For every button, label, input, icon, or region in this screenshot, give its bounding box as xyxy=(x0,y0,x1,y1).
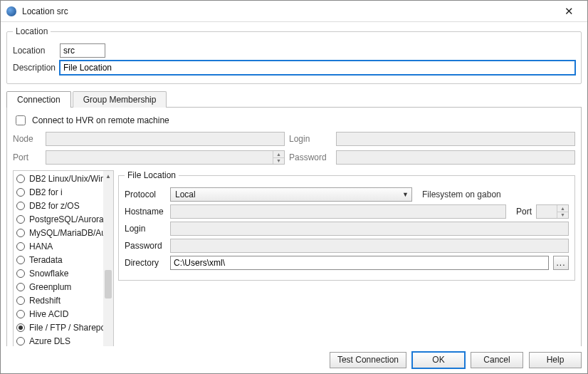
directory-label: Directory xyxy=(125,258,166,268)
tabstrip: Connection Group Membership xyxy=(6,90,582,107)
protocol-label: Protocol xyxy=(125,189,166,199)
footer: Test Connection OK Cancel Help xyxy=(1,346,587,373)
help-button[interactable]: Help xyxy=(529,352,582,368)
browse-button[interactable]: ... xyxy=(553,256,569,270)
class-radio-label: MySQL/MariaDB/Aurora xyxy=(29,228,113,238)
tabpanel-connection: Connect to HVR on remote machine Node Lo… xyxy=(6,107,582,346)
description-label: Description xyxy=(13,63,56,73)
radio-icon xyxy=(16,229,25,237)
login-label: Login xyxy=(289,134,332,144)
class-radio-item[interactable]: File / FTP / Sharepoint xyxy=(16,323,113,333)
right-pane: File Location Protocol Local ▼ Filesyste… xyxy=(118,170,575,346)
class-radio-item[interactable]: PostgreSQL/Aurora xyxy=(16,214,113,224)
class-radio-label: File / FTP / Sharepoint xyxy=(29,323,113,333)
tab-connection[interactable]: Connection xyxy=(6,91,71,108)
node-label: Node xyxy=(13,134,41,144)
class-radio-label: DB2 for i xyxy=(29,187,63,197)
class-radio-item[interactable]: DB2 Linux/Unix/Windows xyxy=(16,174,113,184)
radio-icon xyxy=(16,323,25,332)
radio-icon xyxy=(16,256,25,264)
radio-icon xyxy=(16,269,25,278)
class-radio-label: Azure DLS xyxy=(29,336,70,346)
split-area: DB2 Linux/Unix/WindowsDB2 for iDB2 for z… xyxy=(13,170,575,346)
remote-checkbox-label: Connect to HVR on remote machine xyxy=(32,115,169,125)
class-radio-label: Snowflake xyxy=(29,269,68,279)
protocol-select[interactable]: Local ▼ xyxy=(170,187,412,202)
radio-icon xyxy=(16,337,25,346)
description-input[interactable] xyxy=(60,61,575,75)
radio-icon xyxy=(16,310,25,318)
remote-checkbox[interactable] xyxy=(16,115,26,125)
class-radio-label: Teradata xyxy=(29,255,63,265)
file-port-spinner: ▲▼ xyxy=(557,205,568,218)
location-input[interactable] xyxy=(60,43,105,58)
tab-group-membership[interactable]: Group Membership xyxy=(73,91,167,108)
titlebar: Location src ✕ xyxy=(1,1,587,22)
location-group: Location Location Description xyxy=(6,26,582,84)
login-input xyxy=(336,132,575,146)
class-radio-item[interactable]: Azure DLS xyxy=(16,336,113,346)
radio-icon xyxy=(16,283,25,291)
class-radio-item[interactable]: MySQL/MariaDB/Aurora xyxy=(16,228,113,238)
node-input xyxy=(46,132,285,146)
class-radio-item[interactable]: Hive ACID xyxy=(16,309,113,319)
app-icon xyxy=(6,6,16,16)
file-password-label: Password xyxy=(125,241,166,251)
radio-icon xyxy=(16,296,25,305)
class-radio-item[interactable]: Redshift xyxy=(16,296,113,306)
class-radio-item[interactable]: Greenplum xyxy=(16,282,113,292)
file-group-label: File Location xyxy=(125,170,179,180)
class-radio-item[interactable]: Snowflake xyxy=(16,269,113,279)
file-location-group: File Location Protocol Local ▼ Filesyste… xyxy=(118,170,575,281)
protocol-value: Local xyxy=(175,189,196,199)
hostname-label: Hostname xyxy=(125,207,166,217)
class-radio-item[interactable]: HANA xyxy=(16,241,113,251)
filesystem-note: Filesystem on gabon xyxy=(422,189,501,199)
directory-input[interactable] xyxy=(170,256,549,270)
dialog-window: Location src ✕ Location Location Descrip… xyxy=(0,0,588,374)
class-radio-label: PostgreSQL/Aurora xyxy=(29,214,104,224)
scroll-thumb[interactable] xyxy=(105,270,112,298)
cancel-button[interactable]: Cancel xyxy=(471,352,523,368)
password-label: Password xyxy=(289,152,332,162)
test-connection-button[interactable]: Test Connection xyxy=(330,352,406,368)
file-login-input xyxy=(170,222,569,236)
file-password-input xyxy=(170,239,569,253)
port-label: Port xyxy=(13,152,41,162)
class-radio-label: Redshift xyxy=(29,296,61,306)
class-radio-label: HANA xyxy=(29,241,53,251)
file-login-label: Login xyxy=(125,224,166,234)
class-radio-list: DB2 Linux/Unix/WindowsDB2 for iDB2 for z… xyxy=(16,174,113,346)
class-radio-label: Greenplum xyxy=(29,282,71,292)
client-area: Location Location Description Connection… xyxy=(1,22,587,346)
close-button[interactable]: ✕ xyxy=(555,1,583,21)
hostname-input xyxy=(170,204,506,219)
radio-icon xyxy=(16,242,25,251)
class-radio-label: DB2 Linux/Unix/Windows xyxy=(29,174,113,184)
scroll-up-icon[interactable]: ▲ xyxy=(103,171,113,181)
class-radio-item[interactable]: DB2 for z/OS xyxy=(16,201,113,211)
class-sidebar: DB2 Linux/Unix/WindowsDB2 for iDB2 for z… xyxy=(13,170,114,346)
chevron-down-icon: ▼ xyxy=(402,191,409,198)
remote-grid: Node Login Port ▲▼ Password xyxy=(13,132,575,165)
file-port-label: Port xyxy=(516,207,532,217)
port-input xyxy=(46,150,285,165)
ok-button[interactable]: OK xyxy=(412,352,465,368)
class-radio-label: DB2 for z/OS xyxy=(29,201,80,211)
class-radio-item[interactable]: Teradata xyxy=(16,255,113,265)
location-group-label: Location xyxy=(13,26,51,36)
radio-icon xyxy=(16,188,25,197)
tabs: Connection Group Membership Connect to H… xyxy=(6,90,582,346)
radio-icon xyxy=(16,202,25,210)
location-label: Location xyxy=(13,46,56,56)
port-spinner: ▲▼ xyxy=(273,151,284,164)
class-radio-item[interactable]: DB2 for i xyxy=(16,187,113,197)
window-title: Location src xyxy=(22,6,555,16)
radio-icon xyxy=(16,215,25,224)
password-input xyxy=(336,150,575,165)
sidebar-scrollbar[interactable]: ▲ ▼ xyxy=(103,171,113,346)
class-radio-label: Hive ACID xyxy=(29,309,68,319)
radio-icon xyxy=(16,175,25,183)
